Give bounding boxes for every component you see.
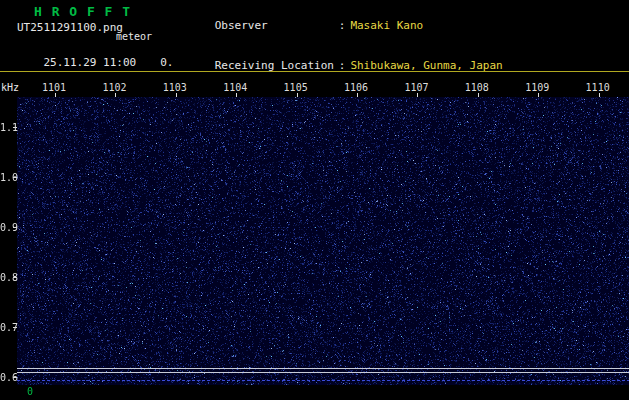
y-tick-mark	[13, 277, 17, 278]
filename-label: UT2511291100.png	[17, 21, 123, 34]
info-label: Observer	[215, 19, 339, 33]
header-separator-line	[0, 71, 629, 72]
x-tick-label: 1108	[465, 82, 489, 93]
app-title: H R O F F T	[34, 4, 131, 19]
x-tick-label: 1105	[284, 82, 308, 93]
x-tick-label: 1104	[223, 82, 247, 93]
frequency-unit-label: kHz	[1, 82, 19, 93]
y-tick-mark	[13, 377, 17, 378]
y-tick-label: 1.1	[0, 122, 14, 133]
spectrogram-canvas	[17, 97, 629, 385]
echo-count-label: 0.	[160, 56, 173, 69]
mode-label: meteor	[116, 31, 152, 42]
y-tick-label: 0.6	[0, 372, 14, 383]
x-tick-label: 1106	[344, 82, 368, 93]
x-tick-label: 1110	[586, 82, 610, 93]
x-tick-label: 1102	[102, 82, 126, 93]
info-row: Receiving Location:Shibukawa, Gunma, Jap…	[175, 46, 556, 87]
y-tick-mark	[13, 227, 17, 228]
info-separator: :	[339, 19, 346, 33]
x-tick-label: 1107	[404, 82, 428, 93]
info-value: Masaki Kano	[350, 19, 423, 32]
x-tick-label: 1103	[163, 82, 187, 93]
hrofft-screen: H R O F F T UT2511291100.png meteor 25.1…	[0, 0, 629, 400]
datetime-row: 25.11.29 11:000.	[17, 43, 173, 82]
datetime-label: 25.11.29 11:00	[44, 56, 137, 69]
y-tick-label: 0.8	[0, 272, 14, 283]
y-tick-label: 0.7	[0, 322, 14, 333]
x-tick-label: 1109	[525, 82, 549, 93]
y-tick-mark	[13, 127, 17, 128]
origin-label: 0	[27, 386, 33, 397]
y-tick-label: 1.0	[0, 172, 14, 183]
info-row: Observer:Masaki Kano	[175, 5, 556, 46]
x-tick-label: 1101	[42, 82, 66, 93]
y-tick-mark	[13, 177, 17, 178]
y-tick-label: 0.9	[0, 222, 14, 233]
y-tick-mark	[13, 327, 17, 328]
